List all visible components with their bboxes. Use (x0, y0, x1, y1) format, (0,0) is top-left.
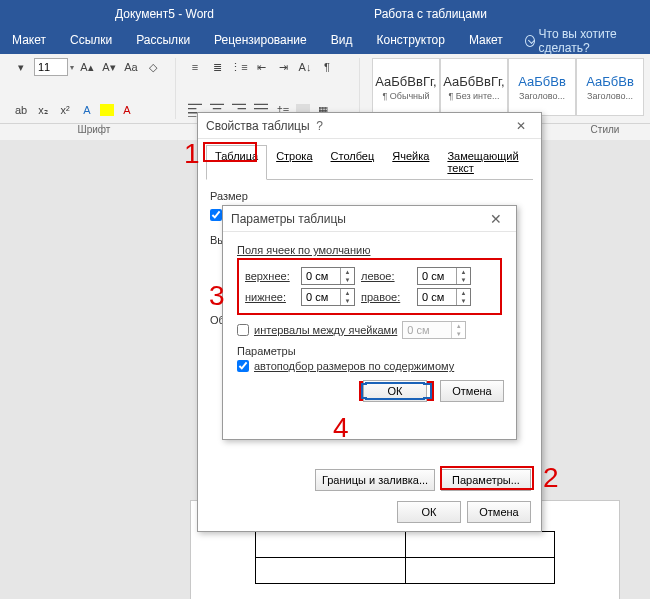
dlg1-cancel-button[interactable]: Отмена (467, 501, 531, 523)
left-margin-input[interactable] (418, 268, 456, 284)
style-heading1[interactable]: АаБбВв Заголово... (508, 58, 576, 116)
tab-table[interactable]: Таблица (206, 145, 267, 180)
tell-me-label: Что вы хотите сделать? (539, 27, 640, 55)
font-color-icon[interactable]: A (118, 101, 136, 119)
bullets-icon[interactable]: ≡ (186, 58, 204, 76)
size-label: Размер (210, 190, 529, 202)
annotation-2: 2 (543, 462, 559, 494)
tab-row[interactable]: Строка (267, 145, 321, 179)
dlg2-cancel-button[interactable]: Отмена (440, 380, 504, 402)
dialog1-titlebar: Свойства таблицы ? ✕ (198, 113, 541, 139)
styles-gallery[interactable]: АаБбВвГг, ¶ Обычный АаБбВвГг, ¶ Без инте… (372, 58, 644, 119)
top-margin-label: верхнее: (245, 270, 295, 282)
width-checkbox[interactable] (210, 209, 222, 221)
font-size-input[interactable] (34, 58, 68, 76)
tab-layout[interactable]: Макет (0, 28, 58, 54)
left-margin-label: левое: (361, 270, 411, 282)
paragraph-group: ≡ ≣ ⋮≡ ⇤ ⇥ A↓ ¶ ‡≡ ▦ (180, 58, 360, 119)
bottom-margin-input[interactable] (302, 289, 340, 305)
numbering-icon[interactable]: ≣ (208, 58, 226, 76)
tab-mailings[interactable]: Рассылки (124, 28, 202, 54)
style-heading2[interactable]: АаБбВв Заголово... (576, 58, 644, 116)
cell-spacing-label: интервалы между ячейками (254, 324, 397, 336)
tab-column[interactable]: Столбец (322, 145, 384, 179)
dialog2-title: Параметры таблицы (231, 212, 346, 226)
ok-highlight: ОК (359, 381, 434, 401)
autofit-label: автоподбор размеров по содержимому (254, 360, 454, 372)
annotation-3: 3 (209, 280, 225, 312)
change-case-icon[interactable]: Aa (122, 58, 140, 76)
shrink-font-icon[interactable]: A▾ (100, 58, 118, 76)
superscript-icon[interactable]: x² (56, 101, 74, 119)
help-icon[interactable]: ? (310, 119, 330, 133)
tab-table-layout[interactable]: Макет (457, 28, 515, 54)
tab-cell[interactable]: Ячейка (383, 145, 438, 179)
top-margin-input[interactable] (302, 268, 340, 284)
options-button[interactable]: Параметры... (441, 469, 531, 491)
ribbon-tabs: Макет Ссылки Рассылки Рецензирование Вид… (0, 28, 650, 54)
close-icon[interactable]: ✕ (509, 119, 533, 133)
sort-icon[interactable]: A↓ (296, 58, 314, 76)
left-margin-spinner[interactable]: ▲▼ (417, 267, 471, 285)
right-margin-input[interactable] (418, 289, 456, 305)
close-icon[interactable]: ✕ (484, 211, 508, 227)
subscript-icon[interactable]: x₂ (34, 101, 52, 119)
indent-inc-icon[interactable]: ⇥ (274, 58, 292, 76)
tab-view[interactable]: Вид (319, 28, 365, 54)
tab-alttext[interactable]: Замещающий текст (438, 145, 533, 179)
font-group: ▾ ▾ A▴ A▾ Aa ◇ ab x₂ x² A A (6, 58, 176, 119)
style-nospacing[interactable]: АаБбВвГг, ¶ Без инте... (440, 58, 508, 116)
multilevel-icon[interactable]: ⋮≡ (230, 58, 248, 76)
cell-spacing-input (403, 322, 451, 338)
tab-links[interactable]: Ссылки (58, 28, 124, 54)
dialog1-tabs: Таблица Строка Столбец Ячейка Замещающий… (206, 145, 533, 180)
bottom-margin-spinner[interactable]: ▲▼ (301, 288, 355, 306)
dialog-table-options: Параметры таблицы ✕ Поля ячеек по умолча… (222, 205, 517, 440)
right-margin-label: правое: (361, 291, 411, 303)
tab-table-design[interactable]: Конструктор (364, 28, 456, 54)
annotation-4: 4 (333, 412, 349, 444)
options-label: Параметры (237, 345, 502, 357)
autofit-checkbox[interactable] (237, 360, 249, 372)
highlight-icon[interactable] (100, 104, 114, 116)
text-effects-icon[interactable]: A (78, 101, 96, 119)
annotation-1: 1 (184, 138, 200, 170)
bulb-icon (525, 35, 535, 47)
app-title-bar: Документ5 - Word Работа с таблицами (0, 0, 650, 28)
tell-me[interactable]: Что вы хотите сделать? (515, 28, 650, 54)
strike-icon[interactable]: ab (12, 101, 30, 119)
pilcrow-icon[interactable]: ¶ (318, 58, 336, 76)
grow-font-icon[interactable]: A▴ (78, 58, 96, 76)
cell-margins-group: верхнее: ▲▼ левое: ▲▼ нижнее: ▲▼ правое:… (237, 258, 502, 315)
cell-spacing-spinner: ▲▼ (402, 321, 466, 339)
group-label-styles: Стили (560, 124, 650, 141)
style-normal[interactable]: АаБбВвГг, ¶ Обычный (372, 58, 440, 116)
clear-format-icon[interactable]: ◇ (144, 58, 162, 76)
top-margin-spinner[interactable]: ▲▼ (301, 267, 355, 285)
document-title: Документ5 - Word (115, 7, 214, 21)
font-dropdown-icon[interactable]: ▾ (12, 58, 30, 76)
dialog1-title: Свойства таблицы (206, 119, 310, 133)
borders-button[interactable]: Границы и заливка... (315, 469, 435, 491)
right-margin-spinner[interactable]: ▲▼ (417, 288, 471, 306)
chevron-down-icon[interactable]: ▾ (70, 63, 74, 72)
indent-dec-icon[interactable]: ⇤ (252, 58, 270, 76)
table-tools-title: Работа с таблицами (374, 7, 487, 21)
document-table[interactable] (255, 531, 555, 584)
cell-spacing-checkbox[interactable] (237, 324, 249, 336)
dialog2-titlebar[interactable]: Параметры таблицы ✕ (223, 206, 516, 232)
bottom-margin-label: нижнее: (245, 291, 295, 303)
margins-label: Поля ячеек по умолчанию (237, 244, 502, 256)
group-label-font: Шрифт (0, 124, 188, 141)
dlg2-ok-button[interactable]: ОК (363, 380, 427, 402)
dlg1-ok-button[interactable]: ОК (397, 501, 461, 523)
tab-review[interactable]: Рецензирование (202, 28, 319, 54)
